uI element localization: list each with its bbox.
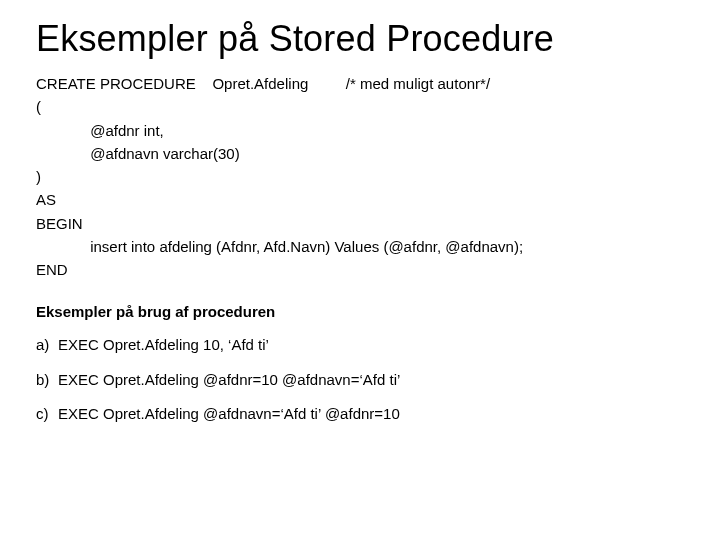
example-c-text: EXEC Opret.Afdeling @afdnavn=‘Afd ti’ @a… bbox=[58, 405, 400, 422]
example-b-marker: b) bbox=[36, 369, 58, 392]
code-line-2: ( bbox=[36, 98, 41, 115]
example-c-marker: c) bbox=[36, 403, 58, 426]
code-line-3: @afdnr int, bbox=[36, 122, 164, 139]
code-line-1a: CREATE PROCEDURE bbox=[36, 75, 196, 92]
example-c: c)EXEC Opret.Afdeling @afdnavn=‘Afd ti’ … bbox=[36, 403, 692, 426]
page-title: Eksempler på Stored Procedure bbox=[36, 18, 692, 60]
example-b-text: EXEC Opret.Afdeling @afdnr=10 @afdnavn=‘… bbox=[58, 371, 400, 388]
code-line-7: BEGIN bbox=[36, 215, 83, 232]
example-b: b)EXEC Opret.Afdeling @afdnr=10 @afdnavn… bbox=[36, 369, 692, 392]
code-block: CREATE PROCEDURE Opret.Afdeling /* med m… bbox=[36, 72, 692, 281]
code-line-6: AS bbox=[36, 191, 56, 208]
code-line-1b: Opret.Afdeling bbox=[212, 75, 308, 92]
example-a: a)EXEC Opret.Afdeling 10, ‘Afd ti’ bbox=[36, 334, 692, 357]
example-a-marker: a) bbox=[36, 334, 58, 357]
code-line-1c: /* med muligt autonr*/ bbox=[346, 75, 490, 92]
code-line-8: insert into afdeling (Afdnr, Afd.Navn) V… bbox=[36, 238, 523, 255]
examples-heading: Eksempler på brug af proceduren bbox=[36, 303, 692, 320]
example-a-text: EXEC Opret.Afdeling 10, ‘Afd ti’ bbox=[58, 336, 269, 353]
code-line-5: ) bbox=[36, 168, 41, 185]
examples-list: a)EXEC Opret.Afdeling 10, ‘Afd ti’ b)EXE… bbox=[36, 334, 692, 426]
code-line-4: @afdnavn varchar(30) bbox=[36, 145, 240, 162]
slide: Eksempler på Stored Procedure CREATE PRO… bbox=[0, 0, 720, 456]
code-line-9: END bbox=[36, 261, 68, 278]
